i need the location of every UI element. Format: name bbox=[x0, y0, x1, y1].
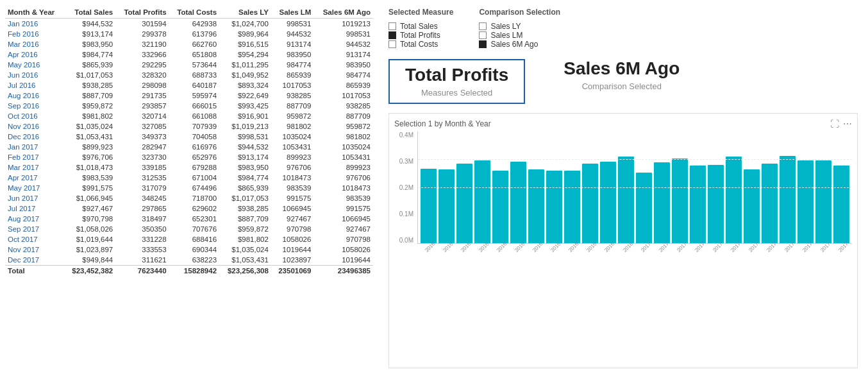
legend-checkbox[interactable] bbox=[388, 40, 396, 48]
table-cell: 291735 bbox=[115, 90, 169, 101]
table-cell: 7623440 bbox=[115, 266, 169, 277]
table-cell: 293857 bbox=[115, 101, 169, 111]
bar-col[interactable] bbox=[654, 162, 670, 243]
table-cell: $916,515 bbox=[219, 39, 271, 49]
table-cell: Jul 2016 bbox=[5, 80, 63, 90]
bar-col[interactable] bbox=[726, 157, 742, 243]
legend-label: Total Sales bbox=[400, 22, 438, 31]
legend-label: Total Costs bbox=[400, 40, 438, 49]
legend-item[interactable]: Sales LY bbox=[479, 22, 560, 31]
bar bbox=[421, 169, 437, 243]
table-cell: $913,174 bbox=[219, 152, 271, 162]
table-cell: $865,939 bbox=[63, 60, 115, 70]
table-cell: $970,798 bbox=[63, 214, 115, 224]
bar bbox=[762, 164, 778, 243]
bar-col[interactable] bbox=[546, 171, 562, 243]
table-row: Apr 2017$983,539312535671004$984,7741018… bbox=[5, 173, 373, 183]
bar-col[interactable] bbox=[564, 171, 580, 243]
bar-col[interactable] bbox=[636, 173, 652, 243]
table-cell: 913174 bbox=[271, 39, 314, 49]
table-cell: 998531 bbox=[271, 19, 314, 30]
table-cell: 350350 bbox=[115, 224, 169, 234]
table-cell: 318497 bbox=[115, 214, 169, 224]
table-cell: Sep 2016 bbox=[5, 101, 63, 111]
legend-checkbox[interactable] bbox=[479, 31, 487, 39]
bar-col[interactable] bbox=[474, 160, 490, 243]
table-cell: 679288 bbox=[169, 162, 219, 173]
legend-item[interactable]: Total Sales bbox=[388, 22, 453, 31]
table-row: Feb 2017$976,706323730652976$913,1748999… bbox=[5, 152, 373, 162]
table-cell: 15828942 bbox=[169, 266, 219, 277]
legend-checkbox[interactable] bbox=[479, 22, 487, 30]
table-column-header: Sales LM bbox=[271, 6, 314, 19]
bar-col[interactable] bbox=[528, 169, 544, 243]
table-cell: 640187 bbox=[169, 80, 219, 90]
more-options-icon[interactable]: ⋯ bbox=[843, 119, 852, 129]
table-cell: $1,019,644 bbox=[63, 234, 115, 244]
bar-col[interactable] bbox=[708, 165, 724, 243]
bar-col[interactable] bbox=[421, 169, 437, 243]
table-cell: 328320 bbox=[115, 70, 169, 80]
table-cell: $916,901 bbox=[219, 111, 271, 121]
table-cell: 333553 bbox=[115, 244, 169, 255]
bar-col[interactable] bbox=[672, 158, 688, 243]
table-cell: $1,024,700 bbox=[219, 19, 271, 30]
legend-item[interactable]: Total Profits bbox=[388, 31, 453, 40]
bar-col[interactable] bbox=[492, 171, 508, 243]
table-cell: 1018473 bbox=[271, 173, 314, 183]
legend-label: Total Profits bbox=[400, 31, 440, 40]
bar-col[interactable] bbox=[690, 166, 706, 243]
bar-col[interactable] bbox=[510, 162, 526, 243]
table-row: Oct 2017$1,019,644331228688416$981,80210… bbox=[5, 234, 373, 244]
table-cell: 707676 bbox=[169, 224, 219, 234]
legend-checkbox[interactable] bbox=[388, 31, 396, 39]
table-cell: $981,802 bbox=[63, 111, 115, 121]
table-cell: $1,049,952 bbox=[219, 70, 271, 80]
table-cell: $976,706 bbox=[63, 152, 115, 162]
bar-col[interactable] bbox=[815, 160, 831, 243]
bar-col[interactable] bbox=[780, 156, 796, 243]
table-cell: $959,872 bbox=[63, 101, 115, 111]
table-cell: 661088 bbox=[169, 111, 219, 121]
legend-item[interactable]: Total Costs bbox=[388, 40, 453, 49]
bar bbox=[672, 158, 688, 243]
table-cell: 938285 bbox=[313, 101, 373, 111]
table-cell: $1,017,053 bbox=[63, 70, 115, 80]
table-cell: Apr 2017 bbox=[5, 173, 63, 183]
bar-col[interactable] bbox=[438, 169, 455, 243]
table-cell: $899,923 bbox=[63, 142, 115, 152]
bar-col[interactable] bbox=[582, 164, 598, 243]
table-cell: 899923 bbox=[313, 162, 373, 173]
table-cell: Oct 2016 bbox=[5, 111, 63, 121]
table-cell: 674496 bbox=[169, 183, 219, 193]
table-cell: Total bbox=[5, 266, 63, 277]
bar-col[interactable] bbox=[833, 166, 849, 243]
legend-item[interactable]: Sales 6M Ago bbox=[479, 40, 560, 49]
expand-icon[interactable]: ⛶ bbox=[830, 119, 839, 129]
legend-checkbox[interactable] bbox=[479, 40, 487, 48]
table-cell: 573644 bbox=[169, 60, 219, 70]
table-row: Dec 2016$1,053,431349373704058$998,53110… bbox=[5, 132, 373, 142]
bar-col[interactable] bbox=[618, 157, 634, 243]
table-cell: $913,174 bbox=[63, 29, 115, 39]
bar-col[interactable] bbox=[600, 162, 616, 243]
bar-col[interactable] bbox=[744, 169, 760, 243]
table-cell: $989,964 bbox=[219, 29, 271, 39]
table-cell: $991,575 bbox=[63, 183, 115, 193]
table-cell: 976706 bbox=[313, 173, 373, 183]
y-axis-label: 0.3M bbox=[399, 158, 413, 165]
table-cell: 688733 bbox=[169, 70, 219, 80]
bar-col[interactable] bbox=[797, 160, 814, 243]
bar bbox=[654, 162, 670, 243]
legend-label: Sales LY bbox=[490, 22, 521, 31]
bar bbox=[797, 160, 814, 243]
bar bbox=[780, 156, 796, 243]
table-row: Jun 2017$1,066,945348245718700$1,017,053… bbox=[5, 193, 373, 203]
table-cell: 320714 bbox=[115, 111, 169, 121]
bar-col[interactable] bbox=[456, 164, 472, 243]
bar-col[interactable] bbox=[762, 164, 778, 243]
primary-measure-card[interactable]: Total Profits Measures Selected bbox=[388, 59, 525, 104]
legend-checkbox[interactable] bbox=[388, 22, 396, 30]
table-cell: 970798 bbox=[271, 224, 314, 234]
legend-item[interactable]: Sales LM bbox=[479, 31, 560, 40]
